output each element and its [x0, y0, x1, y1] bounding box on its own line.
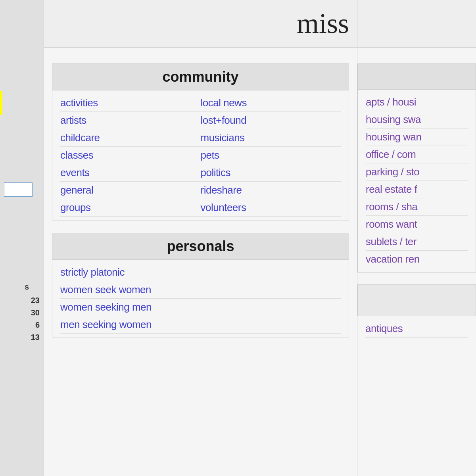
community-left-column: activities artists childcare classes eve… [60, 94, 201, 217]
date-23: 23 [0, 294, 40, 307]
link-artists[interactable]: artists [60, 112, 201, 129]
link-musicians[interactable]: musicians [201, 129, 341, 147]
link-politics[interactable]: politics [201, 164, 341, 182]
sidebar-s-label: s [25, 282, 29, 292]
yellow-accent [0, 91, 2, 115]
link-women-seek-women[interactable]: women seek women [60, 281, 341, 299]
link-groups[interactable]: groups [60, 199, 201, 217]
sidebar-dates: 23 30 6 13 [0, 294, 40, 344]
link-vacation-rentals[interactable]: vacation ren [366, 251, 468, 268]
link-women-seeking-men[interactable]: women seeking men [60, 299, 341, 316]
link-events[interactable]: events [60, 164, 201, 182]
link-housing-wanted[interactable]: housing wan [366, 129, 468, 146]
link-general[interactable]: general [60, 182, 201, 199]
date-6: 6 [0, 319, 40, 331]
link-local-news[interactable]: local news [201, 94, 341, 112]
link-activities[interactable]: activities [60, 94, 201, 112]
link-parking-storage[interactable]: parking / sto [366, 163, 468, 181]
right-top-header [357, 0, 476, 48]
main-content: miss community activities artists childc… [44, 0, 357, 476]
link-volunteers[interactable]: volunteers [201, 199, 341, 217]
personals-header: personals [52, 233, 349, 260]
for-sale-links: antiques [357, 316, 476, 342]
link-antiques[interactable]: antiques [365, 320, 468, 338]
community-section: community activities artists childcare c… [52, 63, 349, 221]
date-13: 13 [0, 331, 40, 344]
housing-header [358, 64, 476, 90]
link-lost-found[interactable]: lost+found [201, 112, 341, 129]
content-sections: community activities artists childcare c… [44, 48, 357, 366]
community-right-column: local news lost+found musicians pets pol… [201, 94, 341, 217]
right-bottom-box [357, 284, 476, 316]
link-apts-housing[interactable]: apts / housi [366, 94, 468, 111]
housing-links: apts / housi housing swa housing wan off… [358, 90, 476, 272]
link-men-seeking-women[interactable]: men seeking women [60, 316, 341, 334]
personals-links: strictly platonic women seek women women… [52, 260, 349, 338]
site-title: miss [297, 7, 349, 40]
link-rooms-shared[interactable]: rooms / sha [366, 198, 468, 216]
community-title: community [162, 69, 238, 85]
link-childcare[interactable]: childcare [60, 129, 201, 147]
community-links-grid: activities artists childcare classes eve… [52, 90, 349, 221]
link-rideshare[interactable]: rideshare [201, 182, 341, 199]
link-housing-swap[interactable]: housing swa [366, 111, 468, 129]
link-strictly-platonic[interactable]: strictly platonic [60, 264, 341, 281]
date-30: 30 [0, 307, 40, 319]
link-real-estate[interactable]: real estate f [366, 181, 468, 198]
left-sidebar: s 23 30 6 13 [0, 0, 44, 476]
link-classes[interactable]: classes [60, 147, 201, 164]
link-office-commercial[interactable]: office / com [366, 146, 468, 163]
personals-title: personals [167, 238, 234, 254]
link-sublets[interactable]: sublets / ter [366, 233, 468, 251]
sidebar-input-box[interactable] [4, 182, 33, 197]
link-pets[interactable]: pets [201, 147, 341, 164]
community-header: community [52, 64, 349, 90]
housing-section: apts / housi housing swa housing wan off… [357, 63, 476, 273]
top-header: miss [44, 0, 357, 48]
right-panel: apts / housi housing swa housing wan off… [357, 0, 476, 476]
personals-section: personals strictly platonic women seek w… [52, 233, 349, 338]
link-rooms-wanted[interactable]: rooms want [366, 216, 468, 233]
